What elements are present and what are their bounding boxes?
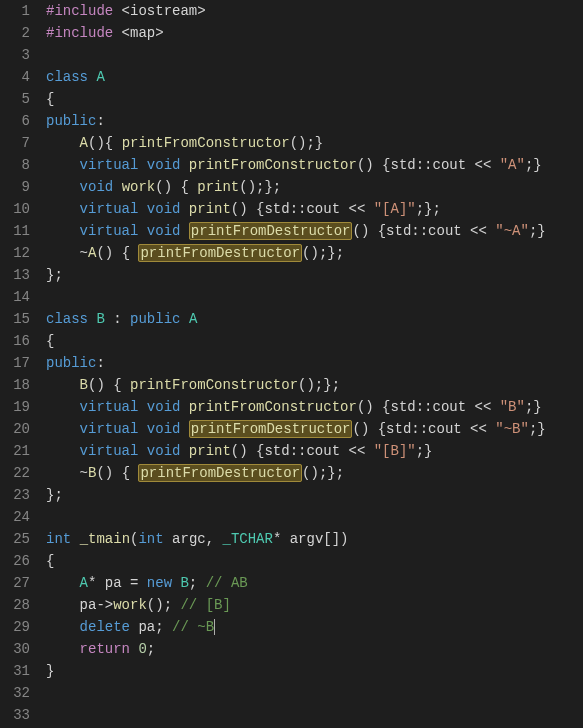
code-token: () {std::cout << (357, 157, 500, 173)
line-number: 13 (6, 264, 30, 286)
code-line[interactable]: A* pa = new B; // AB (46, 572, 583, 594)
code-token (46, 377, 80, 393)
code-token: "A" (500, 157, 525, 173)
code-token: * pa = (88, 575, 147, 591)
code-line[interactable]: virtual void print() {std::cout << "[B]"… (46, 440, 583, 462)
code-token (46, 399, 80, 415)
code-token: ();} (290, 135, 324, 151)
line-number: 28 (6, 594, 30, 616)
code-token: void (147, 443, 181, 459)
code-token: virtual (80, 421, 139, 437)
code-token: #include (46, 3, 113, 19)
line-number: 5 (6, 88, 30, 110)
code-token (46, 421, 80, 437)
line-number: 16 (6, 330, 30, 352)
code-line[interactable]: virtual void printFromConstructor() {std… (46, 396, 583, 418)
code-token: printFromConstructor (189, 157, 357, 173)
code-token: A (80, 135, 88, 151)
code-line[interactable] (46, 704, 583, 726)
code-token: // AB (206, 575, 248, 591)
code-token: { (46, 333, 54, 349)
code-token: virtual (80, 223, 139, 239)
line-number: 20 (6, 418, 30, 440)
line-number: 23 (6, 484, 30, 506)
code-token: ~ (46, 245, 88, 261)
code-line[interactable]: { (46, 550, 583, 572)
line-number: 15 (6, 308, 30, 330)
code-token: ();}; (302, 465, 344, 481)
code-token: public (130, 311, 180, 327)
code-line[interactable]: #include <map> (46, 22, 583, 44)
code-token (46, 135, 80, 151)
code-token: print (197, 179, 239, 195)
highlighted-token: printFromDestructor (138, 464, 302, 482)
code-line[interactable]: virtual void printFromConstructor() {std… (46, 154, 583, 176)
code-line[interactable]: { (46, 330, 583, 352)
code-token: }; (46, 267, 63, 283)
code-token: () {std::cout << (357, 399, 500, 415)
code-token: () {std::cout << (231, 443, 374, 459)
line-number-gutter: 1234567891011121314151617181920212223242… (0, 0, 40, 726)
code-token: virtual (80, 399, 139, 415)
code-token: ;} (525, 157, 542, 173)
code-token: pa; (130, 619, 172, 635)
highlighted-token: printFromDestructor (189, 222, 353, 240)
code-line[interactable]: }; (46, 484, 583, 506)
line-number: 26 (6, 550, 30, 572)
code-line[interactable]: } (46, 660, 583, 682)
code-line[interactable]: virtual void printFromDestructor() {std:… (46, 220, 583, 242)
code-token (113, 179, 121, 195)
code-token (46, 223, 80, 239)
line-number: 3 (6, 44, 30, 66)
code-token: public (46, 113, 96, 129)
code-line[interactable]: pa->work(); // [B] (46, 594, 583, 616)
code-token: // ~B (172, 619, 214, 635)
code-line[interactable] (46, 506, 583, 528)
code-token: () { (88, 377, 130, 393)
line-number: 33 (6, 704, 30, 726)
code-token: : (96, 355, 104, 371)
code-token: }; (46, 487, 63, 503)
code-line[interactable]: void work() { print();}; (46, 176, 583, 198)
code-line[interactable]: delete pa; // ~B (46, 616, 583, 638)
code-line[interactable]: virtual void print() {std::cout << "[A]"… (46, 198, 583, 220)
code-line[interactable]: class A (46, 66, 583, 88)
code-line[interactable]: { (46, 88, 583, 110)
code-token: A (80, 575, 88, 591)
code-token: () { (155, 179, 197, 195)
code-token (180, 443, 188, 459)
code-line[interactable] (46, 286, 583, 308)
code-token (180, 201, 188, 217)
line-number: 21 (6, 440, 30, 462)
code-token: () {std::cout << (352, 421, 495, 437)
code-token (180, 421, 188, 437)
code-line[interactable]: A(){ printFromConstructor();} (46, 132, 583, 154)
code-token (46, 641, 80, 657)
code-line[interactable]: public: (46, 352, 583, 374)
code-line[interactable] (46, 44, 583, 66)
code-line[interactable]: ~A() { printFromDestructor();}; (46, 242, 583, 264)
line-number: 22 (6, 462, 30, 484)
code-line[interactable]: public: (46, 110, 583, 132)
code-token: { (46, 553, 54, 569)
code-line[interactable]: }; (46, 264, 583, 286)
code-line[interactable]: return 0; (46, 638, 583, 660)
code-token: () {std::cout << (231, 201, 374, 217)
code-line[interactable]: ~B() { printFromDestructor();}; (46, 462, 583, 484)
code-token: ();}; (298, 377, 340, 393)
code-area[interactable]: #include <iostream>#include <map>class A… (40, 0, 583, 726)
code-token (46, 443, 80, 459)
code-token (46, 157, 80, 173)
code-token: new (147, 575, 172, 591)
highlighted-token: printFromDestructor (189, 420, 353, 438)
code-token (138, 157, 146, 173)
code-line[interactable]: class B : public A (46, 308, 583, 330)
line-number: 32 (6, 682, 30, 704)
code-line[interactable]: B() { printFromConstructor();}; (46, 374, 583, 396)
code-line[interactable]: #include <iostream> (46, 0, 583, 22)
code-line[interactable]: virtual void printFromDestructor() {std:… (46, 418, 583, 440)
code-line[interactable] (46, 682, 583, 704)
code-editor[interactable]: 1234567891011121314151617181920212223242… (0, 0, 583, 726)
code-token (138, 223, 146, 239)
code-line[interactable]: int _tmain(int argc, _TCHAR* argv[]) (46, 528, 583, 550)
